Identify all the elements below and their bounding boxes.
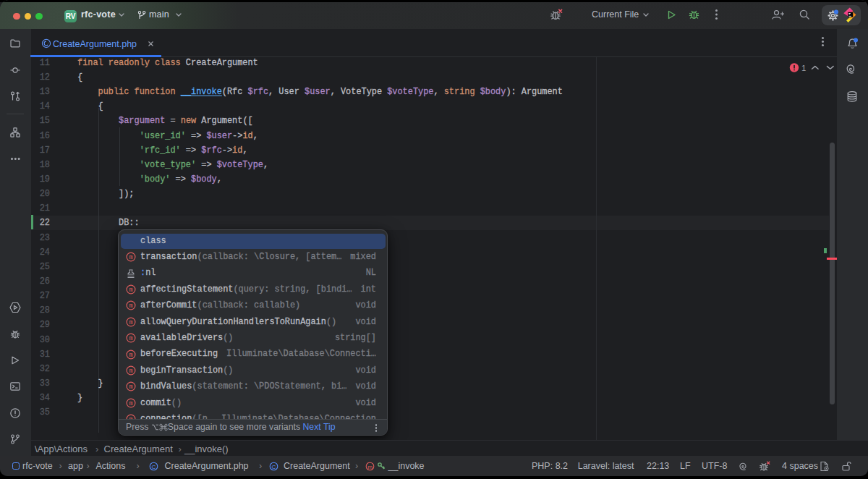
svg-text:m: m bbox=[129, 352, 132, 359]
svg-text:1: 1 bbox=[801, 64, 806, 72]
svg-text:m: m bbox=[129, 254, 132, 261]
svg-text:C: C bbox=[152, 463, 156, 470]
svg-text:m: m bbox=[129, 383, 132, 391]
svg-text:m: m bbox=[129, 400, 132, 407]
svg-text:m: m bbox=[367, 463, 373, 470]
svg-text:m: m bbox=[129, 302, 132, 310]
svg-text:m: m bbox=[129, 287, 132, 294]
svg-text:m: m bbox=[129, 335, 132, 342]
svg-text:C: C bbox=[272, 463, 276, 470]
svg-text:m: m bbox=[129, 319, 132, 326]
svg-text:m: m bbox=[129, 368, 132, 375]
